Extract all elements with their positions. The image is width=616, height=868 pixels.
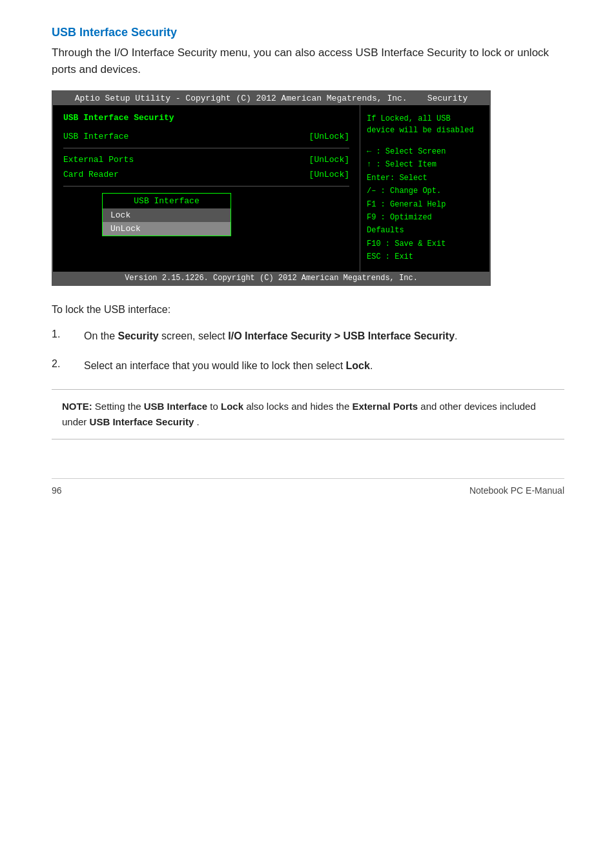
step-2-number: 2. [52, 358, 84, 370]
note-text-3: also locks and hides the [246, 401, 352, 412]
note-bold-lock: Lock [221, 401, 243, 412]
step-2-content: Select an interface that you would like … [84, 358, 564, 374]
bios-sidebar: If Locked, all USB device will be disabl… [360, 105, 489, 272]
step-1-number: 1. [52, 328, 84, 340]
bios-label-card-reader: Card Reader [63, 170, 119, 179]
bios-key-select-screen: ← : Select Screen [367, 145, 483, 158]
bios-row-usb-interface: USB Interface [UnLock] [63, 132, 349, 141]
note-text-1: Setting the [95, 401, 144, 412]
note-bold-external: External Ports [352, 401, 418, 412]
bios-key-defaults: Defaults [367, 224, 483, 237]
bios-section-title: USB Interface Security [63, 113, 349, 123]
bios-value-usb-interface: [UnLock] [309, 132, 349, 141]
bios-popup-area: USB Interface Lock UnLock [63, 193, 349, 236]
bios-popup-title: USB Interface [103, 194, 231, 208]
bios-popup-item-unlock[interactable]: UnLock [103, 222, 231, 236]
bios-label-usb-interface: USB Interface [63, 132, 128, 141]
bios-key-f10: F10 : Save & Exit [367, 237, 483, 250]
note-text-2: to [210, 401, 221, 412]
step-2-bold-lock: Lock [346, 360, 370, 371]
steps-list: 1. On the Security screen, select I/O In… [52, 328, 564, 374]
bios-header: Aptio Setup Utility - Copyright (C) 2012… [53, 92, 489, 105]
bios-row-external-ports: External Ports [UnLock] [63, 155, 349, 165]
body-intro: To lock the USB interface: [52, 304, 564, 316]
bios-key-f1: F1 : General Help [367, 198, 483, 211]
note-text-5: . [196, 416, 199, 427]
bios-key-change: /– : Change Opt. [367, 185, 483, 197]
bios-key-enter: Enter: Select [367, 172, 483, 185]
intro-paragraph: Through the I/O Interface Security menu,… [52, 45, 564, 77]
step-1-bold-path: I/O Interface Security > USB Interface S… [228, 330, 455, 341]
footer-title: Notebook PC E-Manual [469, 485, 564, 496]
bios-main-panel: USB Interface Security USB Interface [Un… [53, 105, 360, 272]
bios-key-esc: ESC : Exit [367, 250, 483, 263]
page-footer: 96 Notebook PC E-Manual [52, 478, 564, 496]
bios-value-card-reader: [UnLock] [309, 170, 349, 179]
step-1: 1. On the Security screen, select I/O In… [52, 328, 564, 344]
bios-popup: USB Interface Lock UnLock [102, 193, 231, 236]
bios-popup-item-lock[interactable]: Lock [103, 208, 231, 222]
bios-sidebar-help: If Locked, all USB device will be disabl… [367, 113, 483, 264]
step-2: 2. Select an interface that you would li… [52, 358, 564, 374]
bios-screen: Aptio Setup Utility - Copyright (C) 2012… [52, 90, 491, 286]
bios-key-select-item: ↑ : Select Item [367, 158, 483, 171]
bios-label-external-ports: External Ports [63, 155, 134, 165]
bios-header-text: Aptio Setup Utility - Copyright (C) 2012… [75, 94, 407, 103]
note-bold-usb: USB Interface [144, 401, 207, 412]
bios-help-text: If Locked, all USB device will be disabl… [367, 113, 483, 136]
note-box: NOTE: Setting the USB Interface to Lock … [52, 389, 564, 439]
bios-value-external-ports: [UnLock] [309, 155, 349, 165]
note-label: NOTE: [62, 401, 92, 412]
bios-keymap: ← : Select Screen ↑ : Select Item Enter:… [367, 145, 483, 264]
step-1-bold-security: Security [118, 330, 158, 341]
page-number: 96 [52, 485, 62, 496]
bios-row-card-reader: Card Reader [UnLock] [63, 170, 349, 179]
bios-tab: Security [427, 94, 467, 103]
page-title: USB Interface Security [52, 26, 564, 39]
bios-footer: Version 2.15.1226. Copyright (C) 2012 Am… [53, 272, 489, 285]
bios-key-f9: F9 : Optimized [367, 211, 483, 224]
step-1-content: On the Security screen, select I/O Inter… [84, 328, 564, 344]
note-bold-security: USB Interface Security [90, 416, 194, 427]
